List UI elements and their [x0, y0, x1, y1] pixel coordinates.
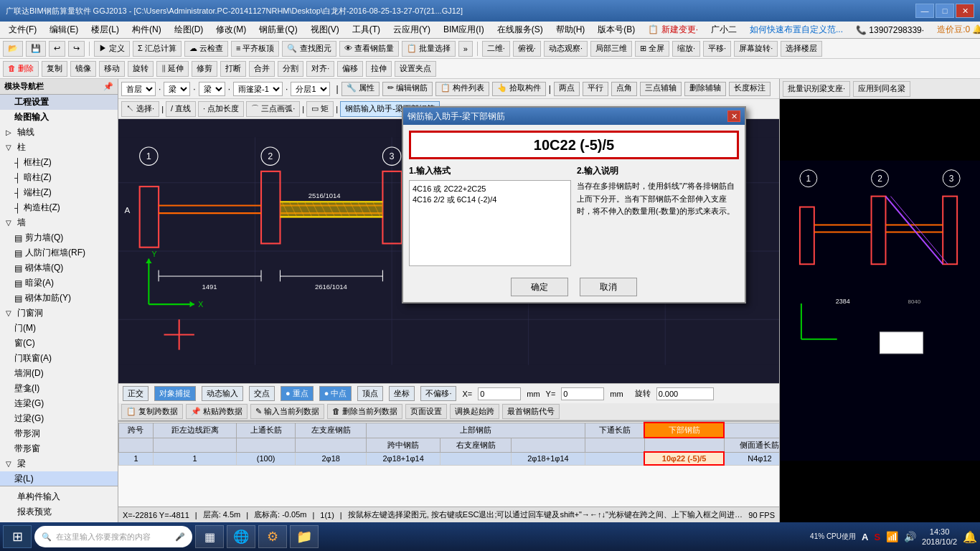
sidebar-item-doorwin-combo[interactable]: 门联窗(A) [0, 351, 118, 366]
taskbar-app-settings[interactable]: ⚙ [258, 525, 287, 548]
sidebar-item-struct-col[interactable]: ┤ 构造柱(Z) [0, 200, 118, 215]
sidebar-item-hidden-col[interactable]: ┤ 暗柱(Z) [0, 170, 118, 185]
sidebar-item-hidden-beam[interactable]: ▤ 暗梁(A) [0, 276, 118, 291]
sidebar-item-window[interactable]: 窗(C) [0, 336, 118, 351]
btn-coord-snap[interactable]: 坐标 [389, 386, 415, 401]
dialog-main-input[interactable] [409, 131, 739, 159]
tb-batch[interactable]: 📋 批量选择 [402, 41, 456, 57]
tb-align[interactable]: 对齐· [306, 61, 334, 77]
maximize-button[interactable]: □ [936, 4, 954, 18]
table-row[interactable]: 1 1 (100) 2φ18 2φ18+1φ14 2φ18+1φ14 10φ22… [119, 452, 780, 465]
btn-dynamic-input[interactable]: 动态输入 [202, 386, 243, 401]
btn-page-setup[interactable]: 页面设置 [405, 404, 447, 419]
tb-find[interactable]: 🔍 查找图元 [282, 41, 336, 57]
tb-divide[interactable]: 分割 [278, 61, 303, 77]
tb-fullscreen[interactable]: ⊞ 全屏 [635, 41, 669, 57]
sidebar-item-report[interactable]: 报表预览 [3, 504, 115, 519]
td-mid-steel[interactable] [440, 452, 511, 465]
floor-select[interactable]: 首层 [121, 82, 156, 96]
taskbar-app-edge[interactable]: 🌐 [227, 525, 255, 548]
rotate-input[interactable] [656, 387, 714, 400]
tb-set-anchor[interactable]: 设置夹点 [395, 61, 436, 77]
btn-input-col[interactable]: ✎ 输入当前列数据 [250, 404, 324, 419]
sidebar-item-axis[interactable]: ▷ 轴线 [0, 125, 118, 140]
sidebar-item-column[interactable]: ▽ 柱 [0, 140, 118, 155]
sidebar-item-masonry-wall[interactable]: ▤ 砌体墙(Q) [0, 260, 118, 276]
layer-select[interactable]: 分层1 [291, 82, 330, 96]
tb-dynamic[interactable]: 动态观察· [544, 41, 588, 57]
sidebar-pin[interactable]: 📌 [103, 82, 113, 91]
btn-parallel[interactable]: 平行 [583, 82, 608, 96]
btn-length-mark[interactable]: 长度标注 [729, 82, 771, 96]
dt-line[interactable]: / 直线 [166, 101, 196, 117]
menu-draw[interactable]: 绘图(D) [169, 22, 209, 37]
dialog-close-button[interactable]: ✕ [727, 110, 740, 122]
menu-bim[interactable]: BIM应用(I) [438, 22, 490, 37]
btn-intersect[interactable]: 交点 [249, 386, 275, 401]
tb-cloud-check[interactable]: ☁ 云检查 [184, 41, 228, 57]
sidebar-item-niche[interactable]: 壁龛(I) [0, 381, 118, 396]
dialog-format-box[interactable]: 4C16 或 2C22+2C25 4C16 2/2 或 6C14 (-2)/4 [409, 180, 571, 266]
tb-zoom[interactable]: 缩放· [672, 41, 700, 57]
btn-swap-start[interactable]: 调换起始跨 [450, 404, 499, 419]
btn-point-angle[interactable]: 点角 [611, 82, 637, 96]
tb-select-floor[interactable]: 选择楼层 [781, 41, 822, 57]
tb-local3d[interactable]: 局部三维 [590, 41, 632, 57]
btn-two-point[interactable]: 两点 [554, 82, 580, 96]
tb-delete[interactable]: 🗑 删除 [3, 61, 39, 77]
tb-more[interactable]: » [458, 41, 473, 57]
tb-break[interactable]: 打断 [220, 61, 246, 77]
tb-undo[interactable]: ↩ [49, 41, 65, 57]
td-right-seat[interactable]: 2φ18+1φ14 [512, 452, 585, 465]
tb-calc[interactable]: Σ 汇总计算 [133, 41, 182, 57]
btn-three-point-aux[interactable]: 三点辅轴 [640, 82, 682, 96]
btn-batch-identify[interactable]: 批量识别梁支座· [783, 81, 850, 97]
dt-arc[interactable]: ⌒ 三点画弧· [246, 101, 300, 117]
y-input[interactable] [561, 387, 604, 400]
start-button[interactable]: ⊞ [3, 525, 32, 548]
menu-new-change[interactable]: 📋 新建变更· [642, 22, 704, 37]
beam-type-select[interactable]: 雨篷梁-1 [233, 82, 283, 96]
tb-pan[interactable]: 平移· [703, 41, 731, 57]
tb-trim[interactable]: 修剪 [192, 61, 217, 77]
tb-offset[interactable]: 偏移 [337, 61, 363, 77]
menu-online[interactable]: 在线服务(S) [491, 22, 549, 37]
menu-steel[interactable]: 钢筋量(Q) [253, 22, 303, 37]
sidebar-item-masonry-rebar[interactable]: ▤ 砌体加筋(Y) [0, 291, 118, 306]
menu-file[interactable]: 文件(F) [3, 22, 42, 37]
btn-copy-span[interactable]: 📋 复制跨数据 [121, 404, 183, 419]
minimize-button[interactable]: — [915, 4, 934, 18]
sidebar-item-over-beam[interactable]: 过梁(G) [0, 411, 118, 426]
td-bot-steel[interactable]: 10φ22 (-5)/5 [644, 452, 724, 465]
menu-quicksetup[interactable]: 如何快速布置自定义范... [744, 22, 849, 37]
taskbar-clock[interactable]: 14:30 2018/10/2 [922, 527, 957, 547]
btn-center-snap[interactable]: ● 中点 [319, 386, 352, 401]
menu-modify[interactable]: 修改(M) [210, 22, 252, 37]
btn-property[interactable]: 🔧 属性 [341, 82, 380, 96]
btn-paste-span[interactable]: 📌 粘贴跨数据 [186, 404, 248, 419]
menu-help[interactable]: 帮助(H) [550, 22, 591, 37]
btn-apply-same-name[interactable]: 应用到同名梁 [853, 81, 910, 97]
td-left-seat[interactable]: 2φ18+1φ14 [367, 452, 440, 465]
tb-open[interactable]: 📂 [3, 41, 23, 57]
btn-steel-code[interactable]: 最首钢筋代号 [502, 404, 560, 419]
td-side-through[interactable]: N4φ12 [724, 452, 779, 465]
tb-extend[interactable]: ‖ 延伸 [156, 61, 189, 77]
sidebar-item-wall-hole[interactable]: 墙洞(D) [0, 366, 118, 381]
dt-rect[interactable]: ▭ 矩 [306, 101, 334, 117]
sidebar-item-shear-wall[interactable]: ▤ 剪力墙(Q) [0, 230, 118, 245]
sidebar-item-strip-win[interactable]: 带形窗 [0, 441, 118, 456]
btn-edit-steel[interactable]: ✏ 编辑钢筋 [382, 82, 433, 96]
btn-del-aux[interactable]: 删除辅轴 [684, 82, 726, 96]
tb-merge[interactable]: 合并 [249, 61, 275, 77]
sidebar-item-door[interactable]: 门(M) [0, 321, 118, 336]
menu-cloud[interactable]: 云应用(Y) [387, 22, 436, 37]
dialog-cancel-button[interactable]: 取消 [580, 278, 637, 296]
close-button[interactable]: ✕ [956, 4, 974, 18]
menu-price[interactable]: 造价豆:0 🔔 [931, 22, 980, 37]
td-bot-through[interactable] [585, 452, 644, 465]
sidebar-item-beam[interactable]: ▽ 梁 [0, 456, 118, 471]
tb-define[interactable]: ▶ 定义 [94, 41, 130, 57]
sidebar-item-end-col[interactable]: ┤ 端柱(Z) [0, 185, 118, 200]
tb-level-board[interactable]: ≡ 平齐板顶 [231, 41, 279, 57]
